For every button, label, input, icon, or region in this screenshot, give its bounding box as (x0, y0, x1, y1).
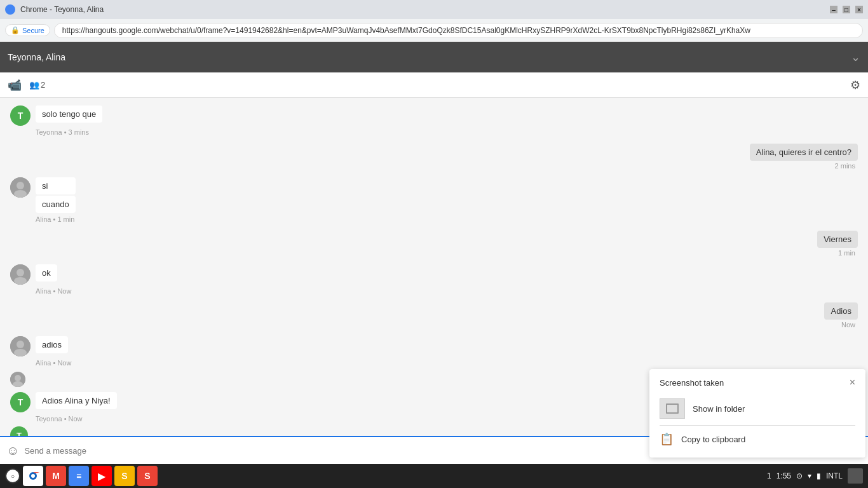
maximize-button[interactable]: □ (843, 6, 850, 13)
battery-icon: ▮ (817, 471, 821, 480)
thumb-corner-icon (666, 403, 679, 414)
message-row: ok (10, 264, 858, 285)
gmail-app[interactable]: M (46, 466, 66, 486)
svg-point-10 (15, 375, 21, 381)
screenshot-thumbnail (660, 398, 685, 419)
notification-header: Screenshot taken × (660, 377, 855, 388)
chat-toolbar: 📹 👥 2 ⚙ (0, 72, 868, 98)
message-meta: Alina • 1 min (36, 215, 858, 223)
svg-point-8 (14, 349, 27, 356)
chrome-app[interactable] (23, 466, 43, 486)
svg-point-4 (17, 269, 24, 276)
show-folder-button[interactable]: Show in folder (660, 395, 855, 423)
alina-avatar (10, 336, 31, 356)
settings-icon[interactable]: ⚙ (850, 78, 860, 92)
message-bubble: ok (36, 264, 57, 281)
chat-title: Teyonna, Alina (8, 52, 851, 62)
screenshot-notification: Screenshot taken × Show in folder 📋 Copy… (649, 369, 865, 458)
teyonna-avatar: T (10, 392, 31, 412)
time-display: 1:55 (776, 471, 791, 480)
hangouts-header: Teyonna, Alina ⌄ (0, 42, 868, 72)
message-meta: Now (10, 321, 855, 329)
teyonna-avatar: T (10, 105, 31, 126)
svg-point-14 (31, 474, 35, 478)
message-bubble: Alina, quieres ir el centro? (750, 144, 858, 161)
people-icon: 👥 (29, 80, 39, 90)
close-notification-button[interactable]: × (850, 377, 855, 388)
clock-icon: ⊙ (796, 471, 803, 480)
divider (660, 425, 855, 426)
taskbar: ○ M ≡ ▶ S S 1 1:55 ⊙ ▾ ▮ INTL (0, 464, 868, 488)
message-bubble: solo tengo que (36, 105, 102, 123)
url-bar[interactable]: https://hangouts.google.com/webchat/u/0/… (54, 23, 863, 38)
user-avatar-icon[interactable] (848, 468, 863, 484)
window-controls[interactable]: – □ × (830, 6, 863, 13)
alina-avatar (10, 177, 31, 198)
chrome-icon (5, 4, 15, 15)
copy-clipboard-button[interactable]: 📋 Copy to clipboard (660, 428, 855, 450)
taskbar-right: 1 1:55 ⊙ ▾ ▮ INTL (767, 468, 863, 484)
minimize-button[interactable]: – (830, 6, 837, 13)
video-icon[interactable]: 📹 (8, 78, 22, 92)
docs-app[interactable]: ≡ (69, 466, 89, 486)
participants-count: 👥 2 (29, 80, 45, 90)
svg-point-5 (14, 277, 27, 285)
message-bubble: Adios Alina y Niya! (36, 392, 117, 409)
address-bar: 🔒 Secure https://hangouts.google.com/web… (0, 19, 868, 42)
message-bubble: si (36, 177, 76, 194)
lock-icon: 🔒 (11, 26, 20, 34)
message-meta: 2 mins (10, 162, 855, 170)
message-bubble: cuando (36, 196, 76, 213)
svg-point-1 (17, 182, 24, 189)
window-count: 1 (767, 471, 771, 480)
title-bar: Chrome - Teyonna, Alina – □ × (0, 0, 868, 19)
network-label: INTL (826, 471, 843, 480)
message-bubble: Viernes (817, 231, 858, 248)
secure-text: Secure (22, 27, 44, 34)
message-row: adios (10, 336, 858, 356)
slides-app-1[interactable]: S (114, 466, 135, 486)
right-message-group: Adios (10, 302, 858, 320)
message-row: T solo tengo que (10, 105, 858, 126)
count-text: 2 (41, 80, 45, 90)
message-meta: 1 min (10, 249, 855, 257)
chrome-os-logo[interactable]: ○ (5, 468, 20, 484)
close-button[interactable]: × (855, 6, 863, 13)
message-meta: Alina • Now (36, 359, 858, 367)
message-meta: Alina • Now (36, 287, 858, 295)
clipboard-icon: 📋 (660, 432, 674, 446)
emoji-button[interactable]: ☺ (6, 444, 19, 458)
secure-badge: 🔒 Secure (5, 24, 50, 36)
expand-icon[interactable]: ⌄ (851, 50, 860, 64)
message-bubble: Adios (824, 302, 858, 320)
show-folder-text: Show in folder (693, 404, 745, 414)
notification-title: Screenshot taken (660, 378, 724, 388)
svg-point-7 (17, 341, 24, 348)
small-avatar (10, 372, 25, 387)
right-message-group: Viernes (10, 231, 858, 248)
alina-avatar (10, 264, 31, 285)
wifi-icon: ▾ (808, 471, 811, 480)
message-bubble: adios (36, 336, 68, 353)
message-row: si cuando (10, 177, 858, 213)
svg-point-2 (14, 190, 27, 198)
right-message-group: Alina, quieres ir el centro? (10, 144, 858, 161)
title-bar-text: Chrome - Teyonna, Alina (20, 5, 830, 14)
slides-app-2[interactable]: S (137, 466, 158, 486)
copy-clipboard-text: Copy to clipboard (681, 435, 745, 444)
message-meta: Teyonna • 3 mins (36, 128, 858, 136)
multi-bubble: si cuando (36, 177, 76, 213)
youtube-app[interactable]: ▶ (92, 466, 112, 486)
